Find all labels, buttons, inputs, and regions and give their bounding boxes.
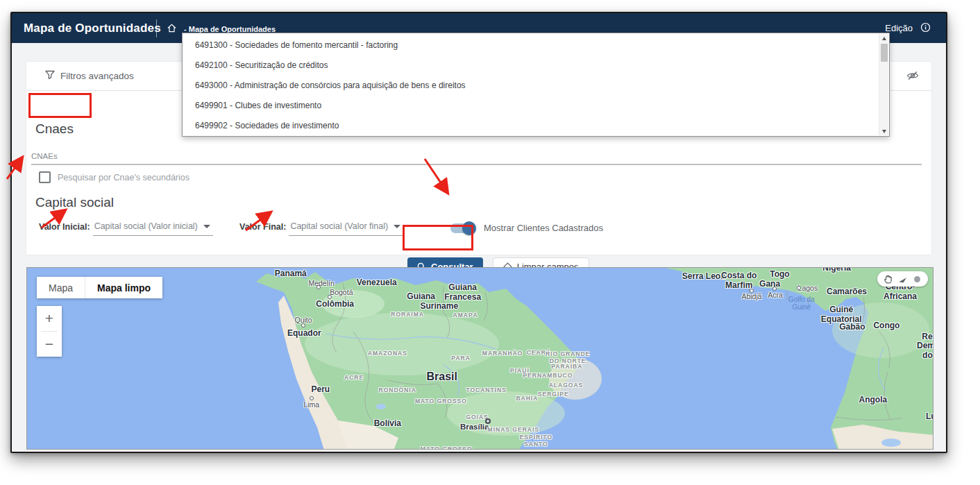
map-label: Guiana — [407, 292, 435, 302]
city-dot-marker — [797, 286, 801, 290]
map-label: Abidjã — [741, 292, 761, 300]
toggle-knob — [462, 221, 476, 235]
valor-final-label: Valor Final: — [239, 222, 286, 236]
valor-inicial-group: Valor Inicial: Capital social (Valor ini… — [39, 221, 213, 236]
map-label: Brasil — [426, 371, 457, 383]
map-label: AMAZONAS — [368, 350, 407, 357]
map-label: Acra — [768, 291, 783, 299]
show-clients-toggle[interactable] — [450, 223, 475, 233]
map-label: MINAS GERAIS — [488, 427, 539, 434]
scrollbar-thumb[interactable] — [881, 44, 888, 62]
draw-circle-icon[interactable] — [913, 275, 922, 284]
map-label: Serra Leoa — [682, 272, 725, 282]
map-label: Nigéria — [822, 267, 851, 273]
cnae-dropdown-item[interactable]: 6493000 - Administração de consórcios pa… — [183, 76, 889, 96]
pan-hand-icon[interactable] — [884, 275, 893, 284]
map-label: República Democrática do Congo — [917, 332, 933, 361]
map-type-mapa-limpo[interactable]: Mapa limpo — [85, 277, 162, 298]
map-label: Congo — [873, 321, 899, 331]
city-dot-marker — [328, 295, 332, 299]
capital-section-title: Capital social — [35, 195, 114, 210]
chevron-down-icon — [394, 225, 400, 228]
chevron-down-icon — [203, 225, 210, 228]
valor-inicial-select[interactable]: Capital social (Valor inicial) — [93, 221, 213, 236]
draw-polygon-icon[interactable] — [898, 275, 907, 284]
map-label: ESPÍRITO SANTO — [520, 434, 553, 448]
capital-city-marker — [485, 418, 491, 424]
map-label: Costa do Marfim — [721, 271, 757, 291]
map-label: Brasília — [460, 423, 489, 432]
map-label: MATO GROSSO — [415, 399, 467, 406]
show-clients-toggle-label: Mostrar Clientes Cadastrados — [484, 223, 603, 233]
capital-filters-row: Valor Inicial: Capital social (Valor ini… — [39, 221, 918, 244]
map-label: Camarões — [827, 287, 867, 297]
zoom-in-button[interactable]: + — [37, 306, 62, 331]
scroll-up-arrow-icon[interactable] — [879, 34, 889, 42]
dropdown-scrollbar[interactable] — [879, 34, 888, 135]
map-label: Colômbia — [316, 300, 354, 309]
map-label: PARAÍBA — [551, 364, 582, 371]
cnae-dropdown-item[interactable]: 6499901 - Clubes de investimento — [183, 96, 889, 116]
valor-final-placeholder: Capital social (Valor final) — [290, 221, 388, 231]
map-label: Venezuela — [357, 278, 397, 288]
cnae-dropdown-item[interactable]: 6492100 - Securitização de créditos — [183, 56, 889, 76]
map-label: SERGIPE — [538, 392, 569, 399]
filters-panel-title: Filtros avançados — [60, 71, 134, 81]
map-label: BAHIA — [516, 396, 538, 403]
map-label: Equador — [287, 329, 321, 339]
map-label: MARANHÃO — [482, 350, 523, 357]
map-canvas[interactable]: PanamáMedelínBogotáVenezuelaColômbiaGuia… — [26, 267, 933, 450]
cnaes-input[interactable]: CNAEs — [31, 148, 922, 165]
map-type-mapa[interactable]: Mapa — [37, 277, 85, 298]
filter-icon — [45, 70, 55, 83]
map-type-control: Mapa Mapa limpo — [37, 277, 162, 298]
map-label: Gabão — [839, 323, 865, 332]
city-dot-marker — [310, 396, 314, 400]
secondary-cnae-checkbox-row[interactable]: Pesquisar por Cnae's secundários — [39, 171, 189, 183]
map-label: Bogotá — [330, 288, 353, 296]
map-label: MATO GROSSO — [421, 446, 473, 450]
cnae-dropdown-item[interactable]: 6499902 - Sociedades de investimento — [183, 116, 889, 136]
city-dot-marker — [301, 323, 305, 327]
map-label: Peru — [311, 385, 330, 395]
map-label: RORAIMA — [391, 312, 424, 318]
map-draw-control — [877, 271, 928, 287]
map-zoom-control: + − — [37, 306, 62, 357]
map-label: AMAPÁ — [453, 313, 478, 320]
map-label: Golfo da Guiné — [788, 295, 815, 311]
map-label: Suriname — [420, 302, 458, 312]
valor-final-select[interactable]: Capital social (Valor final) — [289, 221, 403, 236]
cnae-dropdown-item[interactable]: 6491300 - Sociedades de fomento mercanti… — [183, 35, 889, 56]
edition-link[interactable]: Edição — [885, 23, 913, 33]
info-icon[interactable] — [920, 22, 931, 35]
map-label: Panamá — [275, 269, 307, 279]
city-dot-marker — [750, 289, 754, 293]
home-icon[interactable] — [167, 23, 177, 36]
map-label: Medelín — [308, 279, 334, 287]
city-dot-marker — [316, 285, 321, 289]
header-divider — [156, 19, 157, 37]
secondary-cnae-checkbox[interactable] — [39, 171, 51, 183]
zoom-out-button[interactable]: − — [37, 332, 62, 357]
valor-final-group: Valor Final: Capital social (Valor final… — [239, 221, 403, 236]
eye-off-icon[interactable] — [906, 70, 919, 84]
map-label: Bolívia — [374, 419, 401, 429]
map-label: ACRE — [344, 375, 364, 382]
map-label: RONDÔNIA — [379, 387, 416, 394]
map-label: Lu — [926, 412, 933, 422]
map-label: PARÁ — [451, 355, 470, 362]
map-label: Angola — [859, 395, 888, 405]
cnae-dropdown-items: 6491300 - Sociedades de fomento mercanti… — [183, 35, 889, 136]
map-label: Lagos — [798, 284, 818, 292]
city-dot-marker — [772, 287, 777, 291]
cnaes-input-placeholder: CNAEs — [31, 152, 58, 160]
map-label: Lima — [303, 400, 319, 409]
show-clients-toggle-row: Mostrar Clientes Cadastrados — [450, 223, 603, 233]
secondary-cnae-checkbox-label: Pesquisar por Cnae's secundários — [58, 173, 189, 182]
app-title: Mapa de Oportunidades — [24, 22, 161, 35]
valor-inicial-label: Valor Inicial: — [39, 222, 90, 236]
scroll-down-arrow-icon[interactable] — [879, 127, 889, 135]
screenshot-canvas: Mapa de Oportunidades - Mapa de Oportuni… — [0, 0, 980, 485]
map-label: Togo — [770, 270, 789, 280]
map-label: Gana — [759, 280, 780, 289]
